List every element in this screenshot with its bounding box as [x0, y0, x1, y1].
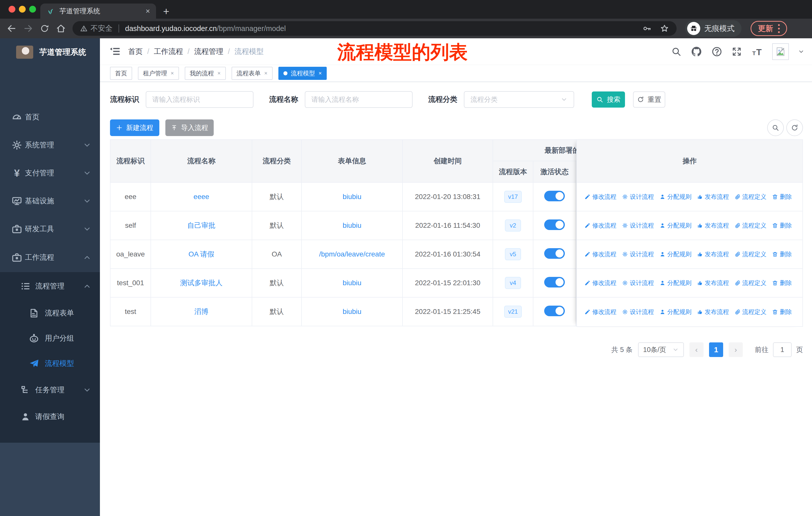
back-icon[interactable]	[6, 23, 17, 33]
page-number-button[interactable]: 1	[709, 343, 723, 357]
reload-icon[interactable]	[40, 24, 49, 33]
edit-flow-link[interactable]: 修改流程	[584, 308, 616, 316]
active-toggle[interactable]	[544, 306, 565, 316]
publish-flow-link[interactable]: 发布流程	[697, 250, 729, 258]
tag-home[interactable]: 首页	[110, 67, 132, 80]
publish-flow-link[interactable]: 发布流程	[697, 308, 729, 316]
key-icon[interactable]	[642, 24, 651, 33]
security-status[interactable]: 不安全	[80, 23, 113, 33]
sidebar-item-process-mgmt[interactable]: 流程管理	[0, 272, 100, 300]
edit-flow-link[interactable]: 修改流程	[584, 279, 616, 287]
table-search-toggle-button[interactable]	[767, 119, 784, 136]
sidebar-collapse-icon[interactable]	[110, 46, 121, 57]
page-size-select[interactable]: 10条/页	[638, 343, 684, 357]
tag-process-form[interactable]: 流程表单 ×	[232, 67, 272, 80]
url-bar[interactable]: 不安全 dashboard.yudao.iocoder.cn/bpm/manag…	[72, 21, 676, 36]
active-toggle[interactable]	[544, 277, 565, 288]
process-key-input[interactable]	[146, 91, 254, 108]
active-toggle[interactable]	[544, 191, 565, 201]
github-icon[interactable]	[691, 46, 702, 57]
sidebar-item-process-model[interactable]: 流程模型	[0, 350, 100, 377]
breadcrumb-home[interactable]: 首页	[128, 47, 143, 57]
flow-definition-link[interactable]: 流程定义	[734, 308, 766, 316]
form-info-link[interactable]: /bpm/oa/leave/create	[319, 250, 385, 258]
delete-link[interactable]: 删除	[772, 279, 792, 287]
prev-page-button[interactable]: ‹	[689, 343, 703, 357]
sidebar-item-process-form[interactable]: 流程表单	[0, 299, 100, 327]
tag-close-icon[interactable]: ×	[319, 70, 322, 77]
delete-link[interactable]: 删除	[772, 193, 792, 201]
browser-tab[interactable]: 芋道管理系统 ×	[40, 3, 156, 19]
search-icon[interactable]	[671, 46, 682, 57]
browser-menu-icon[interactable]	[778, 24, 780, 33]
tag-close-icon[interactable]: ×	[218, 70, 221, 77]
flow-definition-link[interactable]: 流程定义	[734, 221, 766, 229]
assign-rule-link[interactable]: 分配规则	[660, 308, 691, 316]
tab-close-icon[interactable]: ×	[145, 7, 150, 15]
delete-link[interactable]: 删除	[772, 250, 792, 258]
window-close-button[interactable]	[8, 6, 16, 12]
flow-definition-link[interactable]: 流程定义	[734, 193, 766, 201]
process-category-select[interactable]: 流程分类	[464, 91, 574, 108]
process-name-link[interactable]: 滔博	[194, 308, 208, 316]
edit-flow-link[interactable]: 修改流程	[584, 193, 616, 201]
reset-button[interactable]: 重置	[633, 91, 665, 108]
design-flow-link[interactable]: 设计流程	[622, 250, 654, 258]
user-avatar[interactable]	[772, 43, 789, 60]
form-info-link[interactable]: biubiu	[343, 308, 361, 316]
breadcrumb-workflow[interactable]: 工作流程	[154, 47, 183, 57]
tag-tenant-mgmt[interactable]: 租户管理 ×	[138, 67, 179, 80]
flow-definition-link[interactable]: 流程定义	[734, 279, 766, 287]
publish-flow-link[interactable]: 发布流程	[697, 193, 729, 201]
fullscreen-icon[interactable]	[731, 46, 742, 57]
sidebar-item-system[interactable]: 系统管理	[0, 131, 100, 159]
bookmark-star-icon[interactable]	[660, 24, 669, 33]
process-name-link[interactable]: 自己审批	[187, 221, 215, 229]
sidebar-item-home[interactable]: 首页	[0, 103, 100, 131]
flow-definition-link[interactable]: 流程定义	[734, 250, 766, 258]
form-info-link[interactable]: biubiu	[343, 221, 361, 229]
sidebar-item-workflow[interactable]: 工作流程	[0, 243, 100, 271]
sidebar-item-devtools[interactable]: 研发工具	[0, 215, 100, 243]
form-info-link[interactable]: biubiu	[343, 279, 361, 287]
forward-icon[interactable]	[23, 23, 33, 33]
design-flow-link[interactable]: 设计流程	[622, 221, 654, 229]
active-toggle[interactable]	[544, 248, 565, 259]
sidebar-item-task-mgmt[interactable]: 任务管理	[0, 376, 100, 404]
design-flow-link[interactable]: 设计流程	[622, 279, 654, 287]
font-size-icon[interactable]	[751, 46, 763, 57]
edit-flow-link[interactable]: 修改流程	[584, 250, 616, 258]
delete-link[interactable]: 删除	[772, 221, 792, 229]
publish-flow-link[interactable]: 发布流程	[697, 221, 729, 229]
new-tab-button[interactable]: +	[163, 5, 169, 18]
design-flow-link[interactable]: 设计流程	[622, 193, 654, 201]
window-zoom-button[interactable]	[29, 6, 36, 12]
design-flow-link[interactable]: 设计流程	[622, 308, 654, 316]
edit-flow-link[interactable]: 修改流程	[584, 221, 616, 229]
search-button[interactable]: 搜索	[592, 91, 625, 108]
process-name-link[interactable]: OA 请假	[188, 250, 214, 258]
process-name-input[interactable]	[305, 91, 412, 108]
assign-rule-link[interactable]: 分配规则	[660, 193, 691, 201]
window-minimize-button[interactable]	[19, 6, 26, 12]
import-process-button[interactable]: 导入流程	[165, 119, 214, 136]
process-name-link[interactable]: 测试多审批人	[180, 279, 223, 287]
home-icon[interactable]	[56, 23, 66, 33]
table-refresh-button[interactable]	[786, 119, 803, 136]
help-icon[interactable]	[711, 46, 722, 57]
goto-page-input[interactable]	[773, 343, 792, 357]
process-name-link[interactable]: eeee	[194, 193, 209, 200]
assign-rule-link[interactable]: 分配规则	[660, 250, 691, 258]
tag-my-process[interactable]: 我的流程 ×	[185, 67, 226, 80]
update-button[interactable]: 更新	[751, 21, 787, 36]
form-info-link[interactable]: biubiu	[343, 193, 361, 200]
assign-rule-link[interactable]: 分配规则	[660, 221, 691, 229]
publish-flow-link[interactable]: 发布流程	[697, 279, 729, 287]
tag-process-model[interactable]: 流程模型 ×	[279, 67, 327, 80]
breadcrumb-process-mgmt[interactable]: 流程管理	[194, 47, 223, 57]
delete-link[interactable]: 删除	[772, 308, 792, 316]
create-process-button[interactable]: 新建流程	[110, 119, 159, 136]
assign-rule-link[interactable]: 分配规则	[660, 279, 691, 287]
sidebar-item-user-group[interactable]: 用户分组	[0, 324, 100, 352]
caret-down-icon[interactable]	[798, 48, 805, 55]
